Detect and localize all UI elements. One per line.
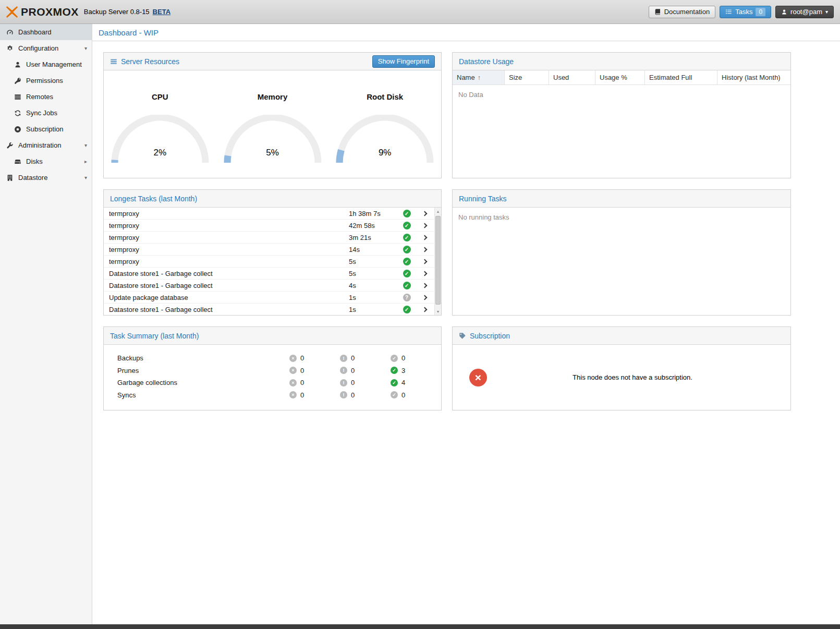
- user-menu-button[interactable]: root@pam ▾: [775, 6, 834, 18]
- check-circle-icon: ✓: [391, 379, 398, 386]
- scroll-down-icon[interactable]: ▼: [435, 308, 441, 315]
- sidebar-item-label: Administration: [18, 141, 61, 149]
- error-count-group[interactable]: ×0: [289, 367, 340, 374]
- task-row[interactable]: Datastore store1 - Garbage collect 1s ✓: [104, 304, 434, 315]
- sidebar-item-datastore[interactable]: Datastore ▾: [0, 170, 92, 186]
- sidebar-item-label: Disks: [26, 158, 43, 165]
- task-summary-panel: Task Summary (last Month) Backups ×0 !0 …: [103, 326, 442, 410]
- sidebar-item-remotes[interactable]: Remotes: [0, 89, 92, 105]
- check-circle-icon: ✓: [403, 306, 411, 313]
- server-resources-panel: Server Resources Show Fingerprint CPU 2%: [103, 52, 442, 178]
- sidebar-item-disks[interactable]: Disks ▸: [0, 153, 92, 170]
- tasks-count-badge: 0: [756, 8, 765, 16]
- task-name: Datastore store1 - Garbage collect: [109, 282, 349, 289]
- task-row[interactable]: termproxy 3m 21s ✓: [104, 232, 434, 244]
- scrollbar[interactable]: ▲ ▼: [434, 208, 441, 315]
- sidebar-item-label: Subscription: [26, 125, 64, 133]
- scrollbar-thumb[interactable]: [435, 216, 441, 305]
- show-fingerprint-button[interactable]: Show Fingerprint: [372, 55, 435, 68]
- column-header-usage-percent[interactable]: Usage %: [595, 70, 645, 84]
- open-task-button[interactable]: [417, 308, 432, 311]
- chevron-right-icon: [422, 295, 427, 300]
- check-circle-icon: ✓: [403, 210, 411, 217]
- key-icon: [14, 77, 21, 84]
- task-row[interactable]: termproxy 5s ✓: [104, 256, 434, 268]
- summary-label: Garbage collections: [117, 379, 289, 386]
- subscription-header: Subscription: [453, 327, 790, 345]
- documentation-button[interactable]: Documentation: [649, 6, 715, 18]
- chevron-right-icon: [422, 307, 427, 312]
- open-task-button[interactable]: [417, 260, 432, 263]
- warning-count-group[interactable]: !0: [340, 354, 391, 362]
- beta-link[interactable]: BETA: [153, 8, 171, 16]
- summary-label: Backups: [117, 354, 289, 362]
- sidebar-item-configuration[interactable]: Configuration ▾: [0, 40, 92, 56]
- ok-count-group[interactable]: ✓3: [391, 367, 441, 374]
- sidebar-item-label: Datastore: [18, 174, 47, 182]
- page-title-bar: Dashboard - WIP: [92, 24, 840, 41]
- error-count-group[interactable]: ×0: [289, 391, 340, 399]
- open-task-button[interactable]: [417, 236, 432, 239]
- book-icon: [654, 8, 661, 15]
- ok-count-group[interactable]: ✓0: [391, 391, 441, 399]
- check-circle-icon: ✓: [403, 234, 411, 241]
- open-task-button[interactable]: [417, 248, 432, 251]
- gauge-label: Memory: [258, 92, 288, 101]
- column-header-name[interactable]: Name ↑: [453, 70, 505, 84]
- task-row[interactable]: termproxy 1h 38m 7s ✓: [104, 208, 434, 220]
- task-row[interactable]: termproxy 42m 58s ✓: [104, 220, 434, 232]
- sidebar-item-dashboard[interactable]: Dashboard: [0, 24, 92, 40]
- task-row[interactable]: Update package database 1s ?: [104, 292, 434, 304]
- warning-count-group[interactable]: !0: [340, 379, 391, 386]
- error-count: 0: [300, 367, 304, 374]
- column-header-history[interactable]: History (last Month): [717, 70, 790, 84]
- sidebar-item-sync-jobs[interactable]: Sync Jobs: [0, 105, 92, 121]
- open-task-button[interactable]: [417, 296, 432, 299]
- root-disk-gauge: Root Disk 9%: [328, 70, 441, 178]
- column-header-size[interactable]: Size: [505, 70, 549, 84]
- gauges: CPU 2% Memory: [104, 70, 441, 178]
- task-row[interactable]: Datastore store1 - Garbage collect 5s ✓: [104, 268, 434, 280]
- top-header: PROXMOX Backup Server 0.8-15 BETA Docume…: [0, 0, 840, 24]
- ok-count: 3: [401, 367, 405, 374]
- open-task-button[interactable]: [417, 212, 432, 215]
- page-title: Dashboard - WIP: [99, 28, 159, 37]
- sidebar-item-subscription[interactable]: Subscription: [0, 121, 92, 137]
- open-task-button[interactable]: [417, 272, 432, 275]
- cpu-gauge: CPU 2%: [104, 70, 216, 178]
- scroll-up-icon[interactable]: ▲: [435, 208, 441, 215]
- sidebar-item-label: Sync Jobs: [26, 109, 57, 117]
- column-header-used[interactable]: Used: [549, 70, 595, 84]
- summary-label: Prunes: [117, 367, 289, 374]
- sidebar-item-administration[interactable]: Administration ▾: [0, 137, 92, 153]
- column-label: Size: [509, 74, 522, 81]
- warning-count-group[interactable]: !0: [340, 367, 391, 374]
- error-count-group[interactable]: ×0: [289, 379, 340, 386]
- running-tasks-header: Running Tasks: [453, 190, 790, 208]
- ok-count-group[interactable]: ✓4: [391, 379, 441, 386]
- error-count-group[interactable]: ×0: [289, 354, 340, 362]
- tasks-button[interactable]: Tasks 0: [720, 6, 771, 18]
- gauge-value: 5%: [216, 148, 329, 158]
- open-task-button[interactable]: [417, 284, 432, 287]
- sidebar-item-label: Remotes: [26, 93, 53, 101]
- open-task-button[interactable]: [417, 224, 432, 227]
- task-duration: 5s: [349, 258, 397, 265]
- ok-count-group[interactable]: ✓0: [391, 354, 441, 362]
- sidebar-item-permissions[interactable]: Permissions: [0, 72, 92, 89]
- warning-circle-icon: !: [340, 355, 347, 362]
- sidebar-item-label: Dashboard: [18, 28, 52, 36]
- running-tasks-panel: Running Tasks No running tasks: [452, 189, 791, 316]
- task-row[interactable]: Datastore store1 - Garbage collect 4s ✓: [104, 280, 434, 292]
- column-header-estimated-full[interactable]: Estimated Full: [645, 70, 717, 84]
- check-circle-icon: ✓: [403, 282, 411, 289]
- summary-row-garbage-collections: Garbage collections ×0 !0 ✓4: [117, 377, 441, 389]
- panel-title: Subscription: [470, 332, 510, 340]
- task-duration: 14s: [349, 246, 397, 253]
- task-row[interactable]: termproxy 14s ✓: [104, 244, 434, 256]
- warning-count-group[interactable]: !0: [340, 391, 391, 399]
- longest-tasks-panel: Longest Tasks (last Month) termproxy 1h …: [103, 189, 442, 316]
- documentation-label: Documentation: [664, 8, 710, 16]
- logo-wordmark: PROXMOX: [21, 6, 79, 18]
- sidebar-item-user-management[interactable]: User Management: [0, 56, 92, 72]
